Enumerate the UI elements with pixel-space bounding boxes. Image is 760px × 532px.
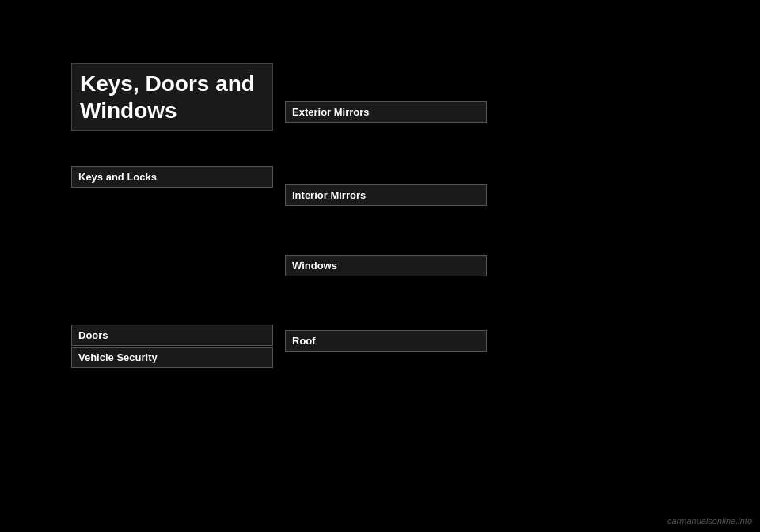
doors-item[interactable]: Doors <box>71 325 273 349</box>
interior-mirrors-link[interactable]: Interior Mirrors <box>285 184 487 206</box>
doors-label: Doors <box>78 329 108 341</box>
keys-locks-item[interactable]: Keys and Locks <box>71 166 273 191</box>
interior-mirrors-label: Interior Mirrors <box>292 189 366 201</box>
roof-link[interactable]: Roof <box>285 330 487 352</box>
vehicle-security-label: Vehicle Security <box>78 352 158 363</box>
roof-label: Roof <box>292 335 316 347</box>
windows-link[interactable]: Windows <box>285 255 487 276</box>
exterior-mirrors-link[interactable]: Exterior Mirrors <box>285 101 487 123</box>
windows-label: Windows <box>292 260 337 272</box>
exterior-mirrors-item[interactable]: Exterior Mirrors <box>285 101 487 126</box>
page: Keys, Doors and Windows Keys and Locks D… <box>0 0 760 532</box>
interior-mirrors-item[interactable]: Interior Mirrors <box>285 184 487 209</box>
chapter-title-line2: Windows <box>80 98 177 123</box>
keys-locks-link[interactable]: Keys and Locks <box>71 166 273 188</box>
chapter-title: Keys, Doors and Windows <box>71 63 273 131</box>
windows-item[interactable]: Windows <box>285 255 487 279</box>
chapter-title-line1: Keys, Doors and <box>80 71 255 96</box>
vehicle-security-link[interactable]: Vehicle Security <box>71 347 273 368</box>
keys-locks-label: Keys and Locks <box>78 171 157 183</box>
roof-item[interactable]: Roof <box>285 330 487 355</box>
doors-link[interactable]: Doors <box>71 325 273 346</box>
exterior-mirrors-label: Exterior Mirrors <box>292 106 370 118</box>
watermark: carmanualsonline.info <box>667 516 752 526</box>
chapter-title-block: Keys, Doors and Windows <box>71 63 273 137</box>
vehicle-security-item[interactable]: Vehicle Security <box>71 347 273 371</box>
